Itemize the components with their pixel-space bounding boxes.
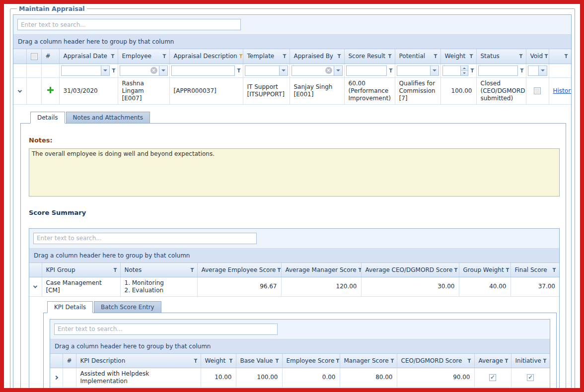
filter-icon[interactable] bbox=[237, 68, 241, 73]
add-new-row-icon[interactable] bbox=[47, 86, 54, 94]
filter-icon[interactable] bbox=[543, 358, 547, 363]
column-header-manager-score[interactable]: Manager Score bbox=[340, 354, 397, 368]
column-header-appraisal-date[interactable]: Appraisal Date bbox=[59, 49, 118, 64]
column-header-kpi-description[interactable]: KPI Description bbox=[76, 354, 201, 368]
tab-batch-score-entry[interactable]: Batch Score Entry bbox=[94, 301, 161, 313]
void-checkbox[interactable] bbox=[534, 87, 541, 94]
filter-icon[interactable] bbox=[552, 267, 557, 272]
column-header-ceo-dgmord-score[interactable]: CEO/DGMORD Score bbox=[397, 354, 474, 368]
score-result-filter[interactable] bbox=[346, 65, 387, 76]
column-header-avg-employee-score[interactable]: Average Employee Score bbox=[197, 263, 281, 277]
clear-filter-icon[interactable]: × bbox=[325, 67, 332, 74]
filter-icon[interactable] bbox=[283, 54, 287, 59]
column-header-initiative[interactable]: Initiative bbox=[511, 354, 550, 368]
tab-notes-and-attachments[interactable]: Notes and Attachments bbox=[66, 112, 150, 124]
appraisal-row[interactable]: 31/03/2020 Rashna Lingam [E007] [APPR000… bbox=[13, 77, 571, 104]
filter-icon[interactable] bbox=[194, 358, 198, 363]
kpi-search-input[interactable] bbox=[54, 324, 278, 335]
filter-icon[interactable] bbox=[277, 267, 281, 272]
filter-icon[interactable] bbox=[389, 68, 393, 73]
column-header-average[interactable]: Average bbox=[474, 354, 511, 368]
template-filter[interactable] bbox=[245, 65, 288, 76]
filter-icon[interactable] bbox=[337, 54, 342, 59]
column-header-weight[interactable]: Weight bbox=[440, 49, 476, 64]
tab-details[interactable]: Details bbox=[30, 112, 65, 124]
kpi-row[interactable]: Monitoring & Evaluation of TLTB Lease Po… bbox=[50, 387, 550, 392]
status-filter[interactable] bbox=[478, 65, 518, 76]
weight-filter-spinner[interactable] bbox=[442, 65, 468, 76]
spin-buttons[interactable] bbox=[460, 66, 468, 75]
clear-filter-icon[interactable]: × bbox=[150, 67, 157, 74]
history-link[interactable]: History bbox=[553, 87, 572, 94]
collapse-row-icon[interactable] bbox=[33, 284, 37, 288]
filter-icon[interactable] bbox=[113, 267, 118, 272]
void-filter[interactable] bbox=[528, 65, 547, 76]
column-header-final-score[interactable]: Final Score bbox=[511, 263, 559, 277]
column-header-score-result[interactable]: Score Result bbox=[344, 49, 395, 64]
number-column-header[interactable]: # bbox=[41, 49, 59, 64]
tab-kpi-details[interactable]: KPI Details bbox=[47, 301, 93, 313]
column-header-notes[interactable]: Notes bbox=[120, 263, 197, 277]
column-header-weight[interactable]: Weight bbox=[201, 354, 236, 368]
notes-textarea[interactable]: The overall employee is doing well and b… bbox=[29, 148, 560, 196]
dropdown-button[interactable] bbox=[279, 66, 288, 75]
filter-icon[interactable] bbox=[564, 54, 569, 59]
filter-icon[interactable] bbox=[358, 267, 361, 272]
filter-icon[interactable] bbox=[520, 68, 524, 73]
column-header-template[interactable]: Template bbox=[243, 49, 290, 64]
column-header-history[interactable] bbox=[549, 49, 571, 64]
initiative-checkbox[interactable] bbox=[527, 374, 534, 381]
number-column-header[interactable]: # bbox=[63, 354, 76, 368]
filter-icon[interactable] bbox=[336, 358, 340, 363]
filter-icon[interactable] bbox=[454, 267, 458, 272]
dropdown-button[interactable] bbox=[159, 66, 167, 75]
filter-icon[interactable] bbox=[467, 358, 472, 363]
filter-icon[interactable] bbox=[470, 68, 475, 73]
filter-icon[interactable] bbox=[275, 358, 280, 363]
column-header-base-value[interactable]: Base Value bbox=[236, 354, 282, 368]
column-header-appraised-by[interactable]: Appraised By bbox=[290, 49, 344, 64]
column-header-kpi-group[interactable]: KPI Group bbox=[42, 263, 120, 277]
employee-filter[interactable]: × bbox=[120, 65, 168, 76]
filter-icon[interactable] bbox=[519, 54, 523, 59]
filter-icon[interactable] bbox=[190, 267, 195, 272]
filter-icon[interactable] bbox=[390, 358, 395, 363]
kpi-row[interactable]: Assisted with Helpdesk Implementation 10… bbox=[50, 368, 550, 387]
filter-icon[interactable] bbox=[469, 54, 474, 59]
filter-icon[interactable] bbox=[162, 54, 167, 59]
collapse-row-icon[interactable] bbox=[18, 88, 22, 92]
dropdown-button[interactable] bbox=[430, 66, 438, 75]
filter-icon[interactable] bbox=[434, 54, 438, 59]
potential-filter[interactable] bbox=[397, 65, 439, 76]
dropdown-button[interactable] bbox=[538, 66, 547, 75]
appraisal-date-filter[interactable] bbox=[61, 65, 110, 76]
column-header-avg-ceo-dgmord-score[interactable]: Average CEO/DGMORD Score bbox=[361, 263, 459, 277]
column-header-status[interactable]: Status bbox=[476, 49, 526, 64]
column-header-employee[interactable]: Employee bbox=[118, 49, 169, 64]
filter-icon[interactable] bbox=[506, 267, 510, 272]
appraised-by-filter[interactable]: × bbox=[292, 65, 343, 76]
column-header-potential[interactable]: Potential bbox=[395, 49, 440, 64]
score-summary-search-input[interactable] bbox=[33, 233, 257, 244]
dropdown-button[interactable] bbox=[334, 66, 342, 75]
filter-icon[interactable] bbox=[505, 358, 509, 363]
filter-icon[interactable] bbox=[388, 54, 392, 59]
score-summary-row[interactable]: Case Management [CM] 1. Monitoring 2. Ev… bbox=[29, 277, 559, 296]
dropdown-button[interactable] bbox=[101, 66, 109, 75]
chevron-down-icon bbox=[103, 69, 107, 71]
column-header-avg-manager-score[interactable]: Average Manager Score bbox=[281, 263, 361, 277]
filter-icon[interactable] bbox=[111, 54, 115, 59]
filter-icon[interactable] bbox=[544, 54, 549, 59]
average-checkbox[interactable] bbox=[489, 374, 496, 381]
column-header-employee-score[interactable]: Employee Score bbox=[282, 354, 340, 368]
expand-row-icon[interactable] bbox=[54, 376, 58, 380]
search-input[interactable] bbox=[17, 19, 241, 30]
column-header-void[interactable]: Void bbox=[526, 49, 549, 64]
column-header-appraisal-description[interactable]: Appraisal Description bbox=[169, 49, 243, 64]
appraisal-description-filter[interactable] bbox=[171, 65, 235, 76]
column-header-group-weight[interactable]: Group Weight bbox=[459, 263, 511, 277]
filter-icon[interactable] bbox=[229, 358, 233, 363]
active-filter-icon[interactable] bbox=[239, 54, 243, 59]
filter-icon[interactable] bbox=[112, 68, 116, 73]
select-all-checkbox[interactable] bbox=[31, 53, 38, 60]
